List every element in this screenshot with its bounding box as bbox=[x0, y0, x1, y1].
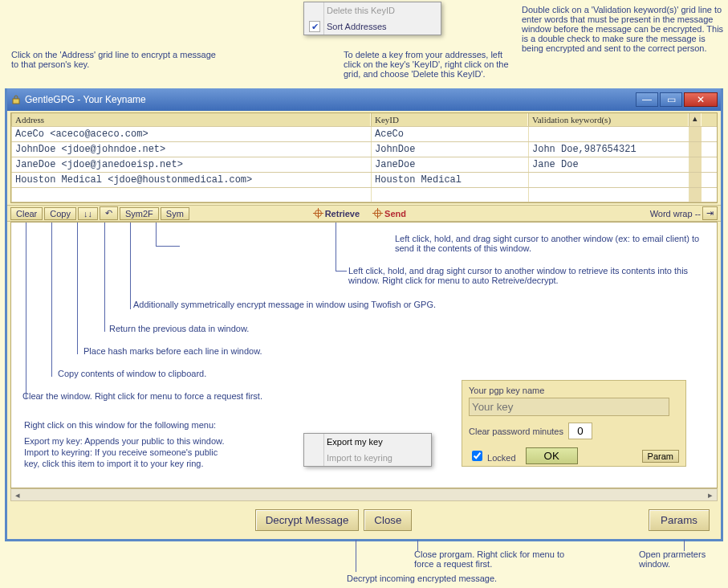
callout-params: Open prarmeters window. bbox=[639, 549, 727, 569]
h-scrollbar[interactable]: ◂ ▸ bbox=[10, 488, 718, 501]
menu-sort-label: Sort Addresses bbox=[327, 22, 387, 31]
close-button[interactable]: Close bbox=[364, 509, 412, 531]
sym2f-button[interactable]: Sym2F bbox=[120, 207, 159, 220]
table-row[interactable]: JaneDoe <jdoe@janedoeisp.net>JaneDoeJane… bbox=[11, 157, 717, 173]
cell-keyid[interactable]: JohnDoe bbox=[371, 142, 528, 157]
callout-address: Click on the 'Address' grid line to encr… bbox=[11, 50, 220, 69]
callout-close: Close prorgam. Right click for menu to f… bbox=[414, 549, 583, 569]
close-window-button[interactable]: ✕ bbox=[684, 92, 718, 107]
callout-send: Left click, hold, and drag sight cursor … bbox=[395, 234, 700, 253]
table-row[interactable]: AceCo <aceco@aceco.com>AceCo bbox=[11, 127, 717, 142]
maximize-button[interactable]: ▭ bbox=[660, 92, 682, 107]
panel-param-button[interactable]: Param bbox=[642, 450, 679, 463]
cell-address[interactable]: Houston Medical <jdoe@houstonmedical.com… bbox=[11, 173, 371, 187]
callout-rclick-heading: Right click on this window for the follo… bbox=[24, 420, 216, 430]
clear-button[interactable]: Clear bbox=[10, 207, 43, 220]
retrieve-button[interactable]: Retrieve bbox=[325, 209, 360, 218]
key-name-input[interactable] bbox=[469, 398, 669, 416]
retrieve-crosshair-icon[interactable] bbox=[313, 208, 323, 218]
title: GentleGPG - Your Keyname bbox=[22, 94, 634, 105]
send-crosshair-icon[interactable] bbox=[372, 208, 383, 218]
cell-validation[interactable] bbox=[528, 127, 689, 141]
menu-delete-keyid[interactable]: Delete this KeyID bbox=[304, 2, 441, 18]
message-window[interactable]: Left click, hold, and drag sight cursor … bbox=[10, 222, 718, 488]
callout-decrypt: Decrypt incoming encrypted message. bbox=[347, 574, 531, 583]
menu-sort-addresses[interactable]: ✔ Sort Addresses bbox=[304, 18, 441, 35]
callout-import1: Import to keyring: If you receive someon… bbox=[24, 447, 218, 457]
col-keyid[interactable]: KeyID bbox=[371, 113, 528, 126]
wordwrap-toggle[interactable]: ⇥ bbox=[702, 206, 718, 220]
undo-button[interactable]: ↶ bbox=[100, 206, 118, 220]
callout-validation: Double click on a 'Validation keyword(s)… bbox=[522, 5, 726, 53]
grid-header: Address KeyID Validation keyword(s) ▴ bbox=[11, 113, 717, 127]
cell-validation[interactable] bbox=[528, 173, 689, 187]
callout-hash: Place hash marks before each line in win… bbox=[83, 346, 262, 356]
table-row[interactable]: Houston Medical <jdoe@houstonmedical.com… bbox=[11, 173, 717, 188]
minimize-button[interactable]: — bbox=[636, 92, 658, 107]
grid-scroll-area[interactable] bbox=[689, 173, 702, 187]
scroll-left[interactable]: ◂ bbox=[11, 489, 24, 500]
cell-keyid[interactable]: AceCo bbox=[371, 127, 528, 141]
label-clearpw: Clear password minutes bbox=[469, 427, 563, 436]
cell-validation[interactable]: Jane Doe bbox=[528, 157, 689, 172]
callout-import2: key, click this item to import it to you… bbox=[24, 459, 204, 468]
menu-import-keyring[interactable]: Import to keyring bbox=[304, 450, 431, 466]
grid-scroll-up[interactable]: ▴ bbox=[689, 113, 702, 126]
col-address[interactable]: Address bbox=[11, 113, 371, 126]
sym-button[interactable]: Sym bbox=[161, 207, 189, 220]
locked-checkbox[interactable]: Locked bbox=[469, 448, 516, 463]
grid-scroll-area[interactable] bbox=[689, 157, 702, 172]
address-grid[interactable]: Address KeyID Validation keyword(s) ▴ Ac… bbox=[10, 112, 718, 203]
grid-scroll-area[interactable] bbox=[689, 127, 702, 141]
wordwrap-label: Word wrap -- bbox=[650, 209, 701, 218]
hash-button[interactable]: ↓↓ bbox=[78, 207, 98, 220]
message-context-menu: Export my key Import to keyring bbox=[303, 433, 432, 467]
col-validation[interactable]: Validation keyword(s) bbox=[528, 113, 689, 126]
cell-address[interactable]: AceCo <aceco@aceco.com> bbox=[11, 127, 371, 141]
titlebar: GentleGPG - Your Keyname — ▭ ✕ bbox=[7, 88, 721, 111]
clear-password-input[interactable] bbox=[568, 423, 592, 439]
app-window: GentleGPG - Your Keyname — ▭ ✕ Address K… bbox=[5, 88, 723, 541]
cell-validation[interactable]: John Doe,987654321 bbox=[528, 142, 689, 157]
cell-address[interactable]: JohnDoe <jdoe@johndoe.net> bbox=[11, 142, 371, 157]
callout-copy: Copy contents of window to clipboard. bbox=[58, 369, 206, 378]
grid-scroll-area[interactable] bbox=[689, 142, 702, 157]
ok-button[interactable]: OK bbox=[526, 447, 578, 464]
toolbar: Clear Copy ↓↓ ↶ Sym2F Sym Retrieve Send … bbox=[7, 205, 721, 222]
callout-undo: Return the previous data in window. bbox=[109, 324, 249, 333]
callout-sym: Additionally symmetrically encrypt messa… bbox=[133, 300, 436, 309]
cell-keyid[interactable]: JaneDoe bbox=[371, 157, 528, 172]
params-button[interactable]: Params bbox=[649, 509, 710, 531]
send-button[interactable]: Send bbox=[384, 209, 406, 218]
callout-retrieve: Left click, hold, and drag sight cursor … bbox=[348, 266, 718, 285]
copy-button[interactable]: Copy bbox=[44, 207, 76, 220]
lock-icon bbox=[10, 94, 22, 105]
decrypt-button[interactable]: Decrypt Message bbox=[255, 509, 360, 531]
cell-address[interactable]: JaneDoe <jdoe@janedoeisp.net> bbox=[11, 157, 371, 172]
table-row[interactable]: JohnDoe <jdoe@johndoe.net>JohnDoeJohn Do… bbox=[11, 142, 717, 157]
menu-export-key[interactable]: Export my key bbox=[304, 434, 431, 450]
callout-export: Export my key: Appends your public to th… bbox=[24, 436, 224, 446]
callout-delete-key: To delete a key from your addresses, lef… bbox=[344, 50, 519, 79]
label-keyname: Your pgp key name bbox=[469, 386, 679, 395]
pgp-panel: Your pgp key name Clear password minutes… bbox=[462, 380, 686, 467]
check-icon: ✔ bbox=[309, 21, 320, 32]
context-menu: Delete this KeyID ✔ Sort Addresses bbox=[303, 2, 441, 35]
svg-rect-0 bbox=[13, 99, 19, 104]
cell-keyid[interactable]: Houston Medical bbox=[371, 173, 528, 187]
callout-clear: Clear the window. Right click for menu t… bbox=[22, 391, 262, 401]
scroll-right[interactable]: ▸ bbox=[704, 489, 717, 500]
